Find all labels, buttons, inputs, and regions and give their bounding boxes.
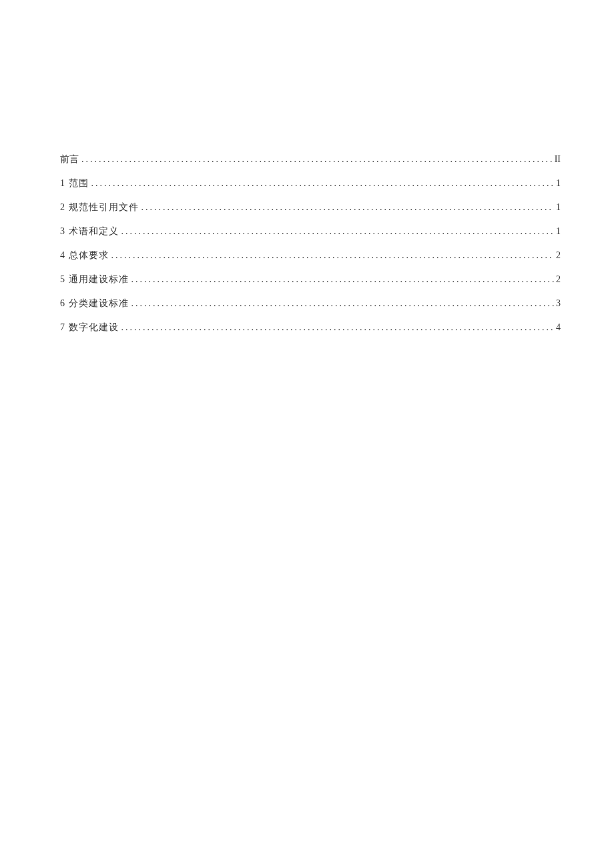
toc-leader-dots bbox=[89, 178, 555, 189]
toc-leader-dots bbox=[129, 274, 555, 285]
toc-label: 1 范围 bbox=[60, 177, 89, 189]
toc-page-number: 1 bbox=[554, 226, 561, 237]
toc-leader-dots bbox=[109, 250, 555, 261]
toc-label: 前言 bbox=[60, 153, 79, 165]
toc-entry: 3 术语和定义 1 bbox=[60, 226, 561, 238]
toc-entry: 1 范围 1 bbox=[60, 177, 561, 189]
toc-label: 6 分类建设标准 bbox=[60, 298, 129, 310]
toc-page-number: 1 bbox=[554, 178, 561, 189]
toc-label: 7 数字化建设 bbox=[60, 322, 119, 334]
toc-leader-dots bbox=[119, 226, 555, 237]
toc-page-number: 2 bbox=[554, 274, 561, 285]
toc-label: 3 术语和定义 bbox=[60, 226, 119, 238]
toc-label: 4 总体要求 bbox=[60, 250, 109, 262]
toc-page-number: II bbox=[554, 154, 561, 165]
toc-page-number: 3 bbox=[554, 298, 561, 309]
table-of-contents: 前言 II 1 范围 1 2 规范性引用文件 1 3 术语和定义 1 4 总体要… bbox=[60, 153, 561, 334]
toc-entry: 前言 II bbox=[60, 153, 561, 165]
toc-entry: 4 总体要求 2 bbox=[60, 250, 561, 262]
toc-leader-dots bbox=[139, 202, 555, 213]
toc-page-number: 2 bbox=[554, 250, 561, 261]
toc-label: 5 通用建设标准 bbox=[60, 274, 129, 286]
toc-entry: 5 通用建设标准 2 bbox=[60, 274, 561, 286]
toc-entry: 7 数字化建设 4 bbox=[60, 322, 561, 334]
toc-leader-dots bbox=[79, 154, 554, 165]
toc-leader-dots bbox=[119, 322, 555, 333]
toc-page-number: 1 bbox=[554, 202, 561, 213]
toc-entry: 6 分类建设标准 3 bbox=[60, 298, 561, 310]
toc-leader-dots bbox=[129, 298, 555, 309]
toc-page-number: 4 bbox=[554, 322, 561, 333]
toc-label: 2 规范性引用文件 bbox=[60, 201, 139, 213]
toc-entry: 2 规范性引用文件 1 bbox=[60, 201, 561, 213]
